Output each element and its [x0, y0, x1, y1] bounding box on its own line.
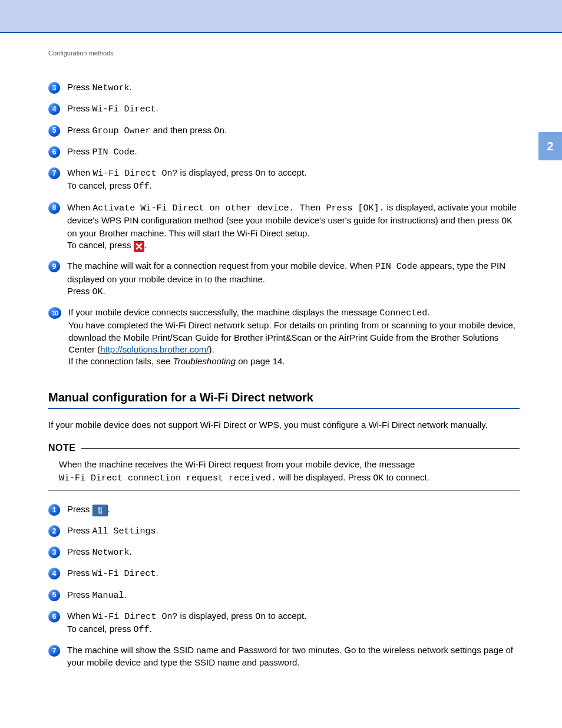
text: To cancel, press [67, 180, 134, 190]
text: . [427, 307, 429, 317]
step-b1: 1 Press . [48, 503, 520, 516]
text: If your mobile device connects successfu… [68, 307, 379, 317]
step-b3: 3 Press Network. [48, 546, 520, 559]
code-text: Wi-Fi Direct [92, 569, 156, 579]
text: . [103, 286, 105, 296]
code-text: On [255, 169, 266, 179]
chapter-badge: 2 [538, 132, 562, 160]
step-b2: 2 Press All Settings. [48, 525, 520, 538]
code-text: Wi-Fi Direct connection request received… [59, 473, 276, 483]
text: . [130, 546, 132, 556]
breadcrumb: Configuration methods [48, 50, 520, 57]
code-text: Off [134, 182, 150, 192]
text: . [144, 240, 147, 250]
text: The machine will wait for a connection r… [67, 261, 375, 271]
text: Press [67, 286, 92, 296]
text: to accept. [266, 611, 306, 621]
text: If the connection fails, see [68, 356, 173, 366]
code-text: On [214, 126, 224, 136]
text: is displayed, press [177, 167, 255, 177]
section-title: Manual configuration for a Wi-Fi Direct … [48, 391, 520, 409]
svg-rect-3 [100, 512, 103, 513]
step-body: The machine will show the SSID name and … [67, 644, 520, 668]
step-3: 3 Press Network. [48, 81, 520, 94]
text: and then press [151, 125, 214, 135]
step-number-icon: 4 [48, 103, 60, 115]
step-body: When Wi-Fi Direct On? is displayed, pres… [67, 610, 520, 637]
step-body: Press Group Owner and then press On. [67, 124, 520, 137]
step-number-icon: 9 [48, 261, 60, 272]
step-10: 10 If your mobile device connects succes… [48, 307, 520, 367]
step-7: 7 When Wi-Fi Direct On? is displayed, pr… [48, 167, 520, 193]
step-number-icon: 6 [48, 146, 60, 158]
text: . [124, 589, 127, 599]
step-b7: 7 The machine will show the SSID name an… [48, 644, 520, 668]
step-number-icon: 2 [48, 525, 60, 537]
note-label: NOTE [48, 443, 75, 453]
solutions-link[interactable]: http://solutions.brother.com/ [100, 344, 209, 354]
settings-tools-icon [92, 505, 108, 516]
text: . [156, 103, 158, 113]
step-9: 9 The machine will wait for a connection… [48, 260, 520, 298]
note-rule [81, 448, 520, 449]
code-text: Wi-Fi Direct On? [92, 169, 177, 179]
text: Press [67, 103, 92, 113]
text: ). [209, 344, 214, 354]
text: . [224, 125, 227, 135]
code-text: Network [92, 83, 130, 93]
text: To cancel, press [67, 624, 134, 634]
step-body: Press Network. [67, 81, 520, 94]
text: . [108, 504, 110, 514]
step-5: 5 Press Group Owner and then press On. [48, 124, 520, 137]
text: When [67, 611, 92, 621]
text: When [67, 167, 92, 177]
code-text: OK [92, 287, 103, 297]
step-6: 6 Press PIN Code. [48, 146, 520, 159]
text: . [150, 180, 152, 190]
note-block: NOTE When the machine receives the Wi-Fi… [48, 443, 520, 490]
step-b4: 4 Press Wi-Fi Direct. [48, 567, 520, 580]
step-b5: 5 Press Manual. [48, 589, 520, 602]
code-text: Group Owner [92, 126, 151, 136]
text: . [150, 624, 152, 634]
step-body: The machine will wait for a connection r… [67, 260, 520, 298]
cancel-x-icon [134, 241, 144, 252]
code-text: OK [501, 216, 512, 226]
step-body: Press Network. [67, 546, 520, 559]
text: Press [67, 546, 92, 556]
step-number-icon: 5 [48, 125, 60, 137]
text: is displayed, press [177, 611, 255, 621]
step-body: Press All Settings. [67, 525, 520, 538]
note-body: When the machine receives the Wi-Fi Dire… [48, 458, 520, 485]
text: When [67, 202, 92, 212]
text: . [156, 525, 158, 535]
code-text: Activate Wi-Fi Direct on other device. T… [92, 203, 384, 213]
steps-part-a: 3 Press Network. 4 Press Wi-Fi Direct. 5… [48, 81, 520, 367]
text: Press [67, 125, 92, 135]
code-text: PIN Code [92, 147, 135, 157]
page-content: 2 Configuration methods 3 Press Network.… [0, 33, 562, 700]
step-number-icon: 8 [48, 202, 60, 214]
text: . [156, 568, 158, 578]
svg-rect-1 [100, 507, 101, 514]
text: will be displayed. Press [276, 472, 373, 482]
section-intro: If your mobile device does not support W… [48, 419, 520, 431]
text: . [135, 146, 137, 156]
step-body: Press . [67, 503, 520, 516]
text: to connect. [384, 472, 429, 482]
text: When the machine receives the Wi-Fi Dire… [59, 459, 415, 469]
svg-rect-2 [98, 508, 100, 509]
code-text: On [255, 612, 266, 622]
step-body: When Wi-Fi Direct On? is displayed, pres… [67, 167, 520, 193]
code-text: Wi-Fi Direct On? [92, 612, 177, 622]
step-number-icon: 3 [48, 82, 60, 94]
header-band [0, 0, 562, 33]
step-body: If your mobile device connects successfu… [68, 307, 520, 367]
text: To cancel, press [67, 240, 134, 250]
step-number-icon: 7 [48, 167, 60, 179]
code-text: OK [373, 473, 384, 483]
step-number-icon: 4 [48, 568, 60, 579]
step-number-icon: 1 [48, 504, 60, 516]
step-body: Press Wi-Fi Direct. [67, 567, 520, 580]
step-4: 4 Press Wi-Fi Direct. [48, 103, 520, 116]
